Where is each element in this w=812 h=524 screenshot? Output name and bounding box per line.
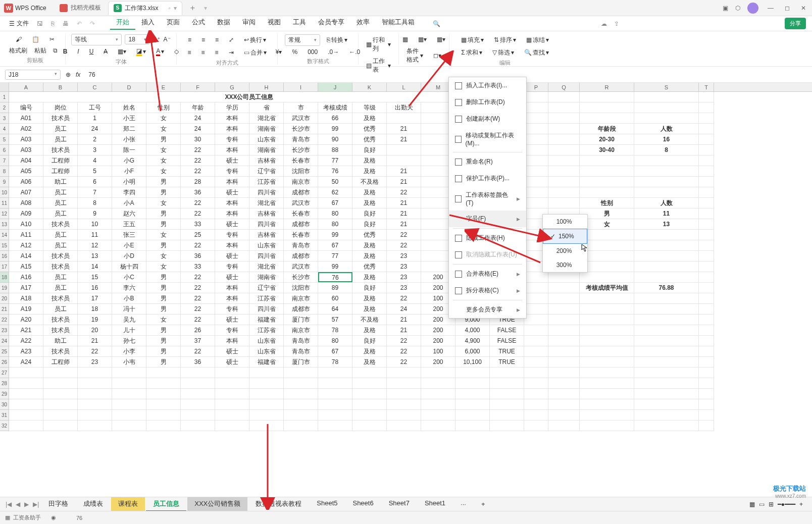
cell[interactable] <box>352 421 387 431</box>
cell[interactable]: 厦门市 <box>284 357 318 367</box>
cell[interactable] <box>548 145 580 155</box>
cell[interactable]: 专科 <box>215 325 249 335</box>
cell[interactable]: 吴九 <box>112 315 146 325</box>
cell[interactable]: 性别 <box>580 198 634 208</box>
cell[interactable]: 女 <box>580 219 634 229</box>
cell[interactable]: 11 <box>634 208 699 219</box>
cell[interactable]: 22 <box>181 240 215 250</box>
submenu-item[interactable]: 300% <box>543 258 587 272</box>
cell[interactable] <box>215 389 249 399</box>
col-header[interactable]: T <box>699 83 714 91</box>
cell[interactable] <box>634 166 699 176</box>
cell[interactable] <box>699 272 714 282</box>
cell[interactable] <box>387 378 421 388</box>
wrap-button[interactable]: ↩ 换行▾ <box>240 34 270 46</box>
cell[interactable] <box>421 421 455 431</box>
cell[interactable] <box>181 399 215 409</box>
cell[interactable]: 小王 <box>112 113 146 123</box>
cell[interactable]: 专科 <box>215 261 249 272</box>
cell[interactable] <box>580 272 634 282</box>
cell[interactable] <box>490 410 524 420</box>
cell[interactable]: 及格 <box>352 325 387 335</box>
cell[interactable] <box>524 325 548 335</box>
row-header[interactable]: 16 <box>0 251 9 261</box>
col-header[interactable]: A <box>9 83 43 91</box>
layout-icon[interactable]: ▣ <box>723 5 728 12</box>
cell[interactable] <box>699 304 714 314</box>
cell[interactable] <box>634 346 699 356</box>
cell[interactable]: 28 <box>181 177 215 187</box>
cell[interactable]: 21 <box>387 124 421 134</box>
cell[interactable]: 30 <box>181 134 215 144</box>
cell[interactable]: 200 <box>421 325 455 335</box>
cell[interactable]: 本科 <box>215 240 249 250</box>
row-header[interactable]: 2 <box>0 102 9 113</box>
cell[interactable]: 67 <box>318 240 352 250</box>
cell[interactable]: 本科 <box>215 177 249 187</box>
number-format-select[interactable]: 常规▾ <box>285 34 320 46</box>
row-header[interactable]: 20 <box>0 293 9 304</box>
cell[interactable] <box>548 368 580 378</box>
cell[interactable] <box>580 166 634 176</box>
cell[interactable] <box>490 399 524 409</box>
row-header[interactable]: 23 <box>0 325 9 336</box>
cell[interactable] <box>318 421 352 431</box>
filter-button[interactable]: ▽ 筛选▾ <box>489 46 518 59</box>
cell[interactable] <box>699 155 714 166</box>
cell[interactable] <box>284 368 318 378</box>
underline-button[interactable]: U <box>86 46 97 57</box>
row-header[interactable]: 10 <box>0 187 9 198</box>
cell[interactable] <box>548 124 580 134</box>
cell[interactable] <box>699 251 714 261</box>
cell[interactable]: 22 <box>181 346 215 356</box>
cell[interactable]: 及格 <box>352 240 387 250</box>
cell[interactable]: 学历 <box>215 102 249 113</box>
cell[interactable]: A04 <box>9 155 43 166</box>
cell[interactable]: 优秀 <box>352 124 387 134</box>
cond-format-button[interactable]: 条件格式▾ <box>403 45 427 66</box>
cell[interactable]: 及格 <box>352 155 387 166</box>
sheet-tab[interactable]: Sheet5 <box>310 497 344 511</box>
cell[interactable]: 赵六 <box>112 208 146 219</box>
cell[interactable] <box>387 155 421 166</box>
cell[interactable] <box>146 410 181 420</box>
cell[interactable]: 6 <box>78 177 112 187</box>
cell[interactable]: 99 <box>318 124 352 134</box>
cell[interactable] <box>455 410 490 420</box>
cell[interactable] <box>9 421 43 431</box>
align-mid-button[interactable]: ≡ <box>198 34 209 45</box>
cell[interactable] <box>9 410 43 420</box>
cell[interactable]: 青岛市 <box>284 240 318 250</box>
cell[interactable]: 等级 <box>352 102 387 113</box>
cell[interactable]: 工程师 <box>43 357 78 367</box>
cell[interactable] <box>524 315 548 325</box>
cell[interactable] <box>699 240 714 250</box>
cell[interactable]: 男 <box>146 272 181 282</box>
bold-button[interactable]: B <box>60 46 71 57</box>
cell[interactable] <box>524 113 548 123</box>
cell[interactable] <box>146 389 181 399</box>
percent-button[interactable]: % <box>288 46 301 58</box>
cell[interactable]: 24 <box>387 304 421 314</box>
cell[interactable]: 4,900 <box>455 336 490 346</box>
cell[interactable]: A05 <box>9 166 43 176</box>
cell[interactable]: 本科 <box>215 336 249 346</box>
cell[interactable]: 四川省 <box>249 187 284 197</box>
cell[interactable] <box>490 378 524 388</box>
col-header[interactable]: J <box>318 83 352 91</box>
submenu-item[interactable]: 100% <box>543 215 587 229</box>
cell[interactable] <box>490 368 524 378</box>
cell[interactable]: A19 <box>9 304 43 314</box>
cell[interactable]: 员工 <box>43 208 78 219</box>
cell[interactable]: 吉林省 <box>249 230 284 240</box>
cell[interactable]: A10 <box>9 219 43 229</box>
cell[interactable]: 良好 <box>352 219 387 229</box>
cell[interactable] <box>580 251 634 261</box>
cell[interactable]: 员工 <box>43 272 78 282</box>
cell[interactable]: 男 <box>146 240 181 250</box>
cell[interactable]: 21 <box>387 208 421 219</box>
cell[interactable] <box>524 304 548 314</box>
cell[interactable]: 小张 <box>112 134 146 144</box>
close-button[interactable]: ✕ <box>799 5 808 12</box>
cell[interactable] <box>548 155 580 166</box>
